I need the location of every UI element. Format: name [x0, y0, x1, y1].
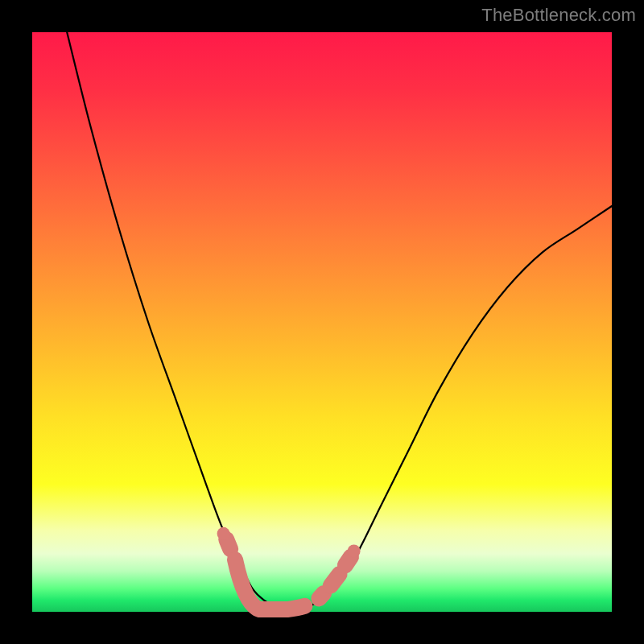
chart-frame: TheBottleneck.com [0, 0, 644, 644]
svg-line-0 [226, 539, 230, 549]
svg-line-1 [319, 593, 324, 598]
svg-point-4 [217, 527, 230, 540]
plot-area [32, 32, 612, 612]
svg-line-2 [331, 574, 340, 585]
curve-layer [32, 32, 612, 612]
highlighted-range [217, 527, 361, 609]
svg-line-3 [345, 557, 351, 566]
svg-point-5 [348, 544, 361, 557]
bottleneck-curve [67, 32, 612, 609]
watermark-text: TheBottleneck.com [481, 5, 636, 26]
